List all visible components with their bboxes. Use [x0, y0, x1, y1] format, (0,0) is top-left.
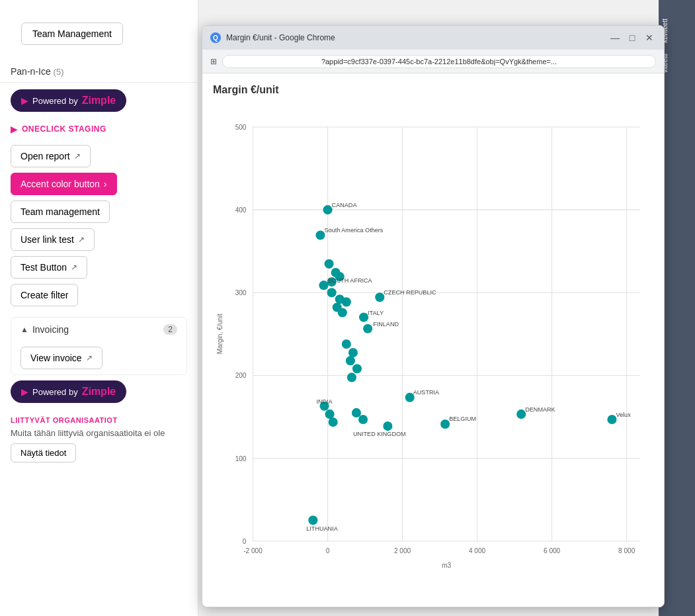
svg-point-45: [363, 324, 372, 333]
svg-text:2 000: 2 000: [394, 547, 411, 554]
invoicing-badge: 2: [163, 324, 177, 335]
svg-text:CANADA: CANADA: [332, 202, 358, 208]
chart-title: Margin €/unit: [213, 84, 653, 96]
oneclick-staging-label: ▶ ONECLICK STAGING: [0, 118, 198, 140]
sidebar-buttons: Open report ↗ Accent color button › Team…: [0, 140, 198, 312]
svg-text:AUSTRIA: AUSTRIA: [413, 389, 440, 396]
svg-point-66: [607, 415, 616, 424]
powered-by-text-2: Powered by: [32, 387, 78, 397]
svg-point-43: [359, 313, 368, 322]
user-link-label: User link test: [20, 234, 74, 245]
chrome-url-bar[interactable]: ?appid=c9cf337e-0397-445c-bc7a-2212e11b8…: [222, 55, 656, 68]
test-button[interactable]: Test Button ↗: [11, 256, 87, 279]
svg-point-30: [325, 259, 334, 269]
svg-text:LITHUANIA: LITHUANIA: [306, 526, 338, 533]
nayta-tiedot-button[interactable]: Näytä tiedot: [11, 443, 76, 462]
chart-area: .grid-line { stroke: #e0e0e0; stroke-wid…: [213, 103, 653, 592]
svg-text:DENMARK: DENMARK: [525, 406, 555, 413]
pan-n-ice-count: (5): [54, 67, 64, 77]
svg-point-68: [308, 515, 317, 525]
liittyvat-section: LIITTYVÄT ORGANISAATIOT Muita tähän liit…: [0, 410, 198, 469]
maximize-button[interactable]: □: [626, 31, 639, 44]
invoicing-arrow-icon: ▲: [20, 325, 28, 334]
test-button-label: Test Button: [20, 262, 67, 273]
open-report-button[interactable]: Open report ↗: [11, 145, 91, 167]
test-button-external-icon: ↗: [71, 263, 77, 272]
svg-text:UNITED KINGDOM: UNITED KINGDOM: [353, 431, 406, 437]
svg-text:-2 000: -2 000: [243, 547, 263, 554]
svg-text:8 000: 8 000: [618, 547, 635, 554]
browser-tabs-icon: ⊞: [210, 57, 217, 66]
svg-text:South America Others: South America Others: [325, 227, 384, 234]
svg-point-56: [325, 410, 335, 419]
chrome-window: Q Margin €/unit - Google Chrome — □ ✕ ⊞ …: [202, 25, 665, 607]
svg-text:m3: m3: [442, 562, 451, 569]
external-link-icon: ↗: [74, 152, 81, 161]
chrome-controls: — □ ✕: [608, 31, 656, 44]
svg-point-51: [347, 373, 356, 382]
svg-point-62: [440, 419, 450, 429]
pan-n-ice-section: Pan-n-Ice (5): [0, 61, 198, 83]
zimple-brand: Zimple: [82, 95, 116, 107]
user-link-external-icon: ↗: [78, 235, 85, 244]
svg-text:0: 0: [243, 538, 247, 545]
chart-container: Margin €/unit .grid-line { stroke: #e0e0…: [202, 73, 664, 607]
sidebar: Team Management Pan-n-Ice (5) ▶ Powered …: [0, 0, 198, 616]
pan-n-ice-label: Pan-n-Ice: [11, 66, 51, 77]
svg-point-50: [352, 364, 362, 373]
svg-point-47: [342, 339, 351, 349]
team-management-btn[interactable]: Team management: [11, 200, 110, 223]
svg-text:200: 200: [235, 372, 247, 379]
svg-text:Velux: Velux: [616, 412, 631, 418]
liittyvat-title: LIITTYVÄT ORGANISAATIOT: [11, 416, 187, 424]
svg-text:Margin, €/unit: Margin, €/unit: [216, 314, 224, 354]
svg-text:500: 500: [235, 124, 247, 131]
svg-text:6 000: 6 000: [544, 547, 561, 554]
svg-text:0: 0: [326, 547, 330, 554]
accent-color-button[interactable]: Accent color button ›: [11, 173, 117, 195]
invoicing-label: Invoicing: [32, 324, 159, 335]
invoicing-section: ▲ Invoicing 2 View invoice ↗: [11, 317, 187, 375]
close-button[interactable]: ✕: [643, 31, 656, 44]
zimple-brand-2: Zimple: [82, 386, 116, 398]
svg-point-36: [327, 288, 337, 297]
team-management-button[interactable]: Team Management: [21, 22, 123, 45]
powered-by-zimple-2[interactable]: ▶ Powered by Zimple: [11, 380, 126, 403]
oneclick-icon: ▶: [11, 124, 18, 134]
svg-text:ITALY: ITALY: [368, 310, 384, 316]
powered-by-text: Powered by: [32, 96, 78, 106]
svg-point-26: [323, 205, 333, 214]
chrome-titlebar: Q Margin €/unit - Google Chrome — □ ✕: [202, 26, 664, 50]
view-invoice-button[interactable]: View invoice ↗: [20, 347, 102, 369]
chrome-tab-title: Margin €/unit - Google Chrome: [226, 33, 603, 42]
svg-text:FINLAND: FINLAND: [373, 321, 399, 328]
powered-by-zimple-bottom[interactable]: ▶ Powered by Zimple: [11, 89, 126, 112]
svg-point-58: [352, 408, 361, 418]
minimize-button[interactable]: —: [608, 31, 622, 44]
svg-point-48: [348, 348, 358, 357]
svg-text:300: 300: [235, 289, 247, 296]
svg-point-64: [383, 421, 392, 431]
accent-arrow-icon: ›: [104, 179, 107, 189]
chrome-addressbar: ⊞ ?appid=c9cf337e-0397-445c-bc7a-2212e11…: [202, 50, 664, 73]
svg-text:400: 400: [235, 206, 247, 214]
invoicing-header[interactable]: ▲ Invoicing 2: [11, 318, 186, 341]
user-link-test-button[interactable]: User link test ↗: [11, 228, 95, 251]
scatter-chart-svg: .grid-line { stroke: #e0e0e0; stroke-wid…: [213, 103, 653, 592]
svg-point-28: [315, 230, 325, 240]
view-invoice-external-icon: ↗: [86, 353, 93, 363]
svg-text:INDIA: INDIA: [316, 398, 333, 405]
create-filter-label: Create filter: [20, 290, 68, 300]
create-filter-button[interactable]: Create filter: [11, 284, 78, 306]
liittyvat-desc: Muita tähän liittyviä organisaatioita ei…: [11, 428, 187, 438]
invoicing-body: View invoice ↗: [11, 341, 186, 374]
open-report-label: Open report: [20, 151, 70, 161]
svg-point-60: [516, 410, 526, 419]
svg-text:4 000: 4 000: [469, 547, 486, 554]
svg-text:100: 100: [235, 455, 247, 462]
team-management-btn-label: Team management: [20, 206, 100, 217]
view-invoice-label: View invoice: [30, 353, 82, 363]
zimple-icon-2: ▶: [21, 386, 28, 397]
svg-point-57: [329, 418, 338, 427]
svg-point-40: [338, 308, 347, 317]
